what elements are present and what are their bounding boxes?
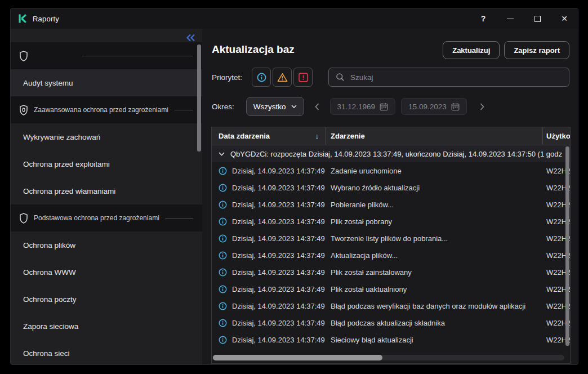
- event-date: Dzisiaj, 14.09.2023 14:37:49: [232, 217, 325, 226]
- event-name: Aktualizacja plików...: [326, 251, 543, 260]
- double-chevron-left-icon: [186, 34, 195, 42]
- shield-advanced-icon: [19, 105, 28, 115]
- calendar-icon: [380, 103, 388, 111]
- app-window: Raporty ? ✕ Audyt systemuZaawansowana oc…: [10, 8, 578, 365]
- horizontal-scroll-thumb[interactable]: [213, 355, 382, 360]
- sidebar-item-label: Zapora sieciowa: [23, 322, 78, 331]
- maximize-icon: [534, 16, 541, 22]
- search-box[interactable]: [328, 68, 569, 87]
- table-row[interactable]: Dzisiaj, 14.09.2023 14:37:49Pobieranie p…: [212, 196, 570, 213]
- event-name: Pobieranie plików...: [326, 201, 543, 209]
- warning-priority-button[interactable]: [273, 68, 292, 87]
- info-icon: [219, 302, 227, 310]
- sidebar-item-label: Audyt systemu: [23, 79, 73, 87]
- date-from-value: 31.12.1969: [337, 103, 376, 111]
- table-row[interactable]: Dzisiaj, 14.09.2023 14:37:49Plik został …: [212, 264, 570, 280]
- critical-priority-button[interactable]: [293, 68, 313, 87]
- period-dropdown[interactable]: Wszystko: [246, 97, 304, 116]
- search-input[interactable]: [350, 73, 562, 82]
- info-icon: [219, 285, 227, 293]
- info-icon: [219, 268, 227, 277]
- events-table: Data zdarzenia ↓ Zdarzenie Użytkownik Qb…: [211, 127, 571, 364]
- event-date: Dzisiaj, 14.09.2023 14:37:49: [232, 167, 325, 175]
- table-row[interactable]: Dzisiaj, 14.09.2023 14:37:49Aktualizacja…: [212, 247, 570, 264]
- help-button[interactable]: ?: [470, 8, 497, 29]
- chevron-down-icon: [291, 105, 297, 108]
- shield-icon: [19, 51, 28, 61]
- info-icon: [219, 167, 227, 175]
- header-buttons: Zaktualizuj Zapisz raport: [443, 41, 569, 59]
- event-name: Plik został uaktualniony: [326, 285, 543, 293]
- info-icon: [219, 319, 227, 327]
- sidebar-item[interactable]: Zapora sieciowa: [11, 313, 202, 340]
- sidebar-item[interactable]: Ochrona sieci: [11, 340, 202, 365]
- close-button[interactable]: ✕: [551, 8, 578, 29]
- sidebar-item[interactable]: Ochrona plików: [11, 231, 202, 259]
- minimize-button[interactable]: [497, 8, 524, 29]
- table-row[interactable]: Dzisiaj, 14.09.2023 14:37:49Błąd podczas…: [212, 297, 570, 314]
- sidebar-item[interactable]: Ochrona przed włamaniami: [11, 177, 202, 204]
- maximize-button[interactable]: [524, 8, 551, 29]
- event-date: Dzisiaj, 14.09.2023 14:37:49: [232, 302, 325, 310]
- column-header-user[interactable]: Użytkownik: [543, 127, 570, 145]
- sidebar-item-label: Ochrona plików: [23, 241, 75, 250]
- sidebar-item[interactable]: Wykrywanie zachowań: [11, 123, 202, 150]
- warning-icon: [277, 73, 288, 82]
- event-date: Dzisiaj, 14.09.2023 14:37:49: [232, 319, 325, 327]
- column-header-event[interactable]: Zdarzenie: [326, 127, 543, 145]
- sort-desc-icon[interactable]: ↓: [315, 132, 319, 140]
- info-priority-button[interactable]: [252, 68, 271, 87]
- sidebar-scrollbar[interactable]: [197, 44, 201, 152]
- info-icon: [219, 251, 227, 260]
- event-date: Dzisiaj, 14.09.2023 14:37:49: [232, 336, 325, 344]
- info-icon: [219, 201, 227, 209]
- event-name: Plik został pobrany: [326, 217, 543, 226]
- group-row-text: QbYGDzCi: rozpoczęta Dzisiaj, 14.09.2023…: [230, 150, 562, 158]
- event-name: Sieciowy błąd aktualizacji: [326, 336, 543, 344]
- table-header: Data zdarzenia ↓ Zdarzenie Użytkownik: [212, 127, 570, 145]
- sidebar-item[interactable]: Ochrona WWW: [11, 259, 202, 286]
- section-divider: [165, 218, 193, 219]
- event-name: Wybrano źródło aktualizacji: [326, 184, 543, 192]
- table-row[interactable]: Dzisiaj, 14.09.2023 14:37:49Wybrano źród…: [212, 179, 570, 196]
- table-row[interactable]: Dzisiaj, 14.09.2023 14:37:49Plik został …: [212, 213, 570, 230]
- table-row[interactable]: Dzisiaj, 14.09.2023 14:37:49Zadanie uruc…: [212, 162, 570, 179]
- table-row[interactable]: Dzisiaj, 14.09.2023 14:37:49Sieciowy błą…: [212, 331, 570, 348]
- priority-label: Priorytet:: [212, 73, 242, 82]
- table-row[interactable]: Dzisiaj, 14.09.2023 14:37:49Plik został …: [212, 280, 570, 297]
- sidebar-collapse-button[interactable]: [184, 32, 197, 43]
- search-icon: [336, 73, 345, 82]
- sidebar-item[interactable]: Audyt systemu: [11, 69, 202, 96]
- sidebar-item[interactable]: Ochrona poczty: [11, 286, 202, 313]
- sidebar-item-label: Ochrona sieci: [23, 349, 70, 358]
- table-row[interactable]: Dzisiaj, 14.09.2023 14:37:49Błąd podczas…: [212, 314, 570, 331]
- sidebar-item[interactable]: Ochrona przed exploitami: [11, 150, 202, 177]
- event-name: Zadanie uruchomione: [326, 167, 543, 175]
- sidebar-item-label: Ochrona WWW: [23, 268, 76, 277]
- period-row: Okres: Wszystko 31.12.1969: [212, 97, 489, 116]
- date-to-field[interactable]: 15.09.2023: [401, 98, 467, 115]
- chevron-down-icon: [219, 152, 225, 156]
- task-group-row[interactable]: QbYGDzCi: rozpoczęta Dzisiaj, 14.09.2023…: [212, 145, 570, 162]
- priority-filter-row: Priorytet:: [212, 68, 569, 87]
- next-period-button[interactable]: [475, 103, 489, 110]
- period-label: Okres:: [212, 103, 234, 111]
- sidebar-nav: Audyt systemuZaawansowana ochrona przed …: [11, 42, 202, 365]
- previous-period-button[interactable]: [310, 103, 324, 110]
- save-report-button[interactable]: Zapisz raport: [504, 41, 569, 59]
- date-to-value: 15.09.2023: [408, 103, 447, 111]
- section-divider: [82, 56, 193, 56]
- table-vertical-scrollbar[interactable]: [565, 146, 569, 346]
- sidebar-item-label: Wykrywanie zachowań: [23, 133, 100, 141]
- sidebar-section: Podstawowa ochrona przed zagrożeniami: [11, 204, 202, 231]
- column-header-date[interactable]: Data zdarzenia ↓: [212, 127, 326, 145]
- date-from-field[interactable]: 31.12.1969: [330, 98, 396, 115]
- update-button[interactable]: Zaktualizuj: [443, 41, 500, 59]
- main-content: Aktualizacja baz Zaktualizuj Zapisz rapo…: [202, 29, 578, 364]
- table-horizontal-scrollbar[interactable]: [212, 355, 564, 360]
- info-icon: [219, 234, 227, 243]
- page-title: Aktualizacja baz: [212, 43, 295, 56]
- sidebar-section-label: Zaawansowana ochrona przed zagrożeniami: [34, 106, 168, 114]
- priority-button-group: [252, 68, 313, 87]
- table-row[interactable]: Dzisiaj, 14.09.2023 14:37:49Tworzenie li…: [212, 230, 570, 247]
